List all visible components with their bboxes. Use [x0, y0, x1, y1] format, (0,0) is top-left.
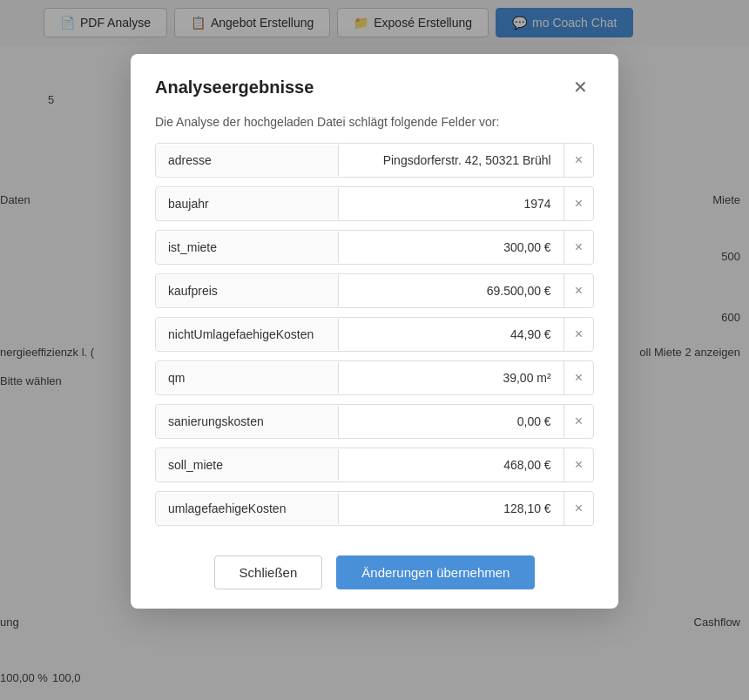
field-row-soll-miete: soll_miete 468,00 € ×	[155, 448, 594, 482]
remove-icon: ×	[575, 414, 583, 429]
field-row-ist-miete: ist_miete 300,00 € ×	[155, 230, 594, 265]
close-icon: ✕	[573, 77, 588, 98]
field-value-sanierungskosten: 0,00 €	[339, 406, 563, 437]
apply-changes-button[interactable]: Änderungen übernehmen	[336, 555, 535, 589]
field-row-adresse: adresse Pingsdorferstr. 42, 50321 Brühl …	[155, 143, 594, 178]
modal-header: Analyseergebnisse ✕	[131, 54, 618, 115]
close-button[interactable]: Schließen	[214, 555, 323, 589]
modal-overlay: Analyseergebnisse ✕ Die Analyse der hoch…	[0, 0, 749, 700]
field-label-soll-miete: soll_miete	[156, 449, 339, 481]
field-remove-soll-miete-button[interactable]: ×	[563, 448, 593, 481]
field-value-baujahr: 1974	[339, 188, 563, 219]
field-label-nicht-umlagefaehige-kosten: nichtUmlagefaehigeKosten	[156, 319, 339, 350]
modal-title: Analyseergebnisse	[155, 77, 314, 98]
field-value-qm: 39,00 m²	[339, 362, 563, 394]
remove-icon: ×	[575, 283, 583, 299]
field-label-ist-miete: ist_miete	[156, 232, 339, 263]
field-row-kaufpreis: kaufpreis 69.500,00 € ×	[155, 273, 594, 308]
remove-icon: ×	[575, 457, 583, 473]
field-row-qm: qm 39,00 m² ×	[155, 360, 594, 395]
field-row-sanierungskosten: sanierungskosten 0,00 € ×	[155, 404, 594, 439]
modal-subtitle: Die Analyse der hochgeladen Datei schläg…	[131, 115, 618, 143]
field-remove-adresse-button[interactable]: ×	[563, 144, 593, 177]
modal-fields-list: adresse Pingsdorferstr. 42, 50321 Brühl …	[131, 143, 618, 540]
field-remove-nicht-umlagefaehige-kosten-button[interactable]: ×	[563, 318, 593, 351]
field-label-baujahr: baujahr	[156, 188, 339, 219]
field-label-sanierungskosten: sanierungskosten	[156, 406, 339, 437]
remove-icon: ×	[575, 501, 583, 516]
modal-close-button[interactable]: ✕	[566, 73, 594, 101]
analyseergebnisse-modal: Analyseergebnisse ✕ Die Analyse der hoch…	[131, 54, 618, 609]
field-value-soll-miete: 468,00 €	[339, 449, 563, 481]
field-value-umlagefaehige-kosten: 128,10 €	[339, 493, 563, 524]
field-label-kaufpreis: kaufpreis	[156, 275, 339, 306]
remove-icon: ×	[575, 152, 583, 168]
field-label-adresse: adresse	[156, 145, 339, 176]
field-row-baujahr: baujahr 1974 ×	[155, 186, 594, 221]
field-value-nicht-umlagefaehige-kosten: 44,90 €	[339, 319, 563, 350]
modal-footer: Schließen Änderungen übernehmen	[131, 540, 618, 609]
field-remove-ist-miete-button[interactable]: ×	[563, 231, 593, 264]
field-label-qm: qm	[156, 362, 339, 394]
field-row-umlagefaehige-kosten: umlagefaehigeKosten 128,10 € ×	[155, 491, 594, 526]
remove-icon: ×	[575, 326, 583, 342]
field-value-adresse: Pingsdorferstr. 42, 50321 Brühl	[339, 145, 563, 176]
remove-icon: ×	[575, 239, 583, 255]
field-remove-umlagefaehige-kosten-button[interactable]: ×	[563, 492, 593, 525]
field-value-kaufpreis: 69.500,00 €	[339, 275, 563, 306]
remove-icon: ×	[575, 196, 583, 212]
field-remove-kaufpreis-button[interactable]: ×	[563, 274, 593, 307]
field-remove-qm-button[interactable]: ×	[563, 361, 593, 394]
field-label-umlagefaehige-kosten: umlagefaehigeKosten	[156, 493, 339, 524]
field-remove-baujahr-button[interactable]: ×	[563, 187, 593, 220]
remove-icon: ×	[575, 370, 583, 386]
field-row-nicht-umlagefaehige-kosten: nichtUmlagefaehigeKosten 44,90 € ×	[155, 317, 594, 352]
field-remove-sanierungskosten-button[interactable]: ×	[563, 405, 593, 438]
field-value-ist-miete: 300,00 €	[339, 232, 563, 263]
